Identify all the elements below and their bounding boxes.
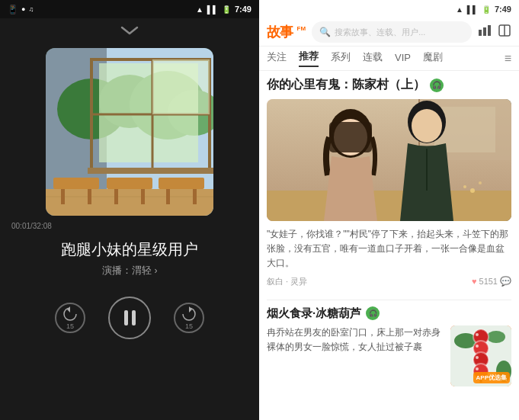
svg-rect-17	[114, 189, 118, 204]
pause-icon	[124, 310, 136, 325]
rewind-button[interactable]: 15	[55, 303, 85, 333]
svg-rect-15	[88, 189, 91, 204]
svg-rect-11	[46, 189, 213, 216]
svg-marker-24	[189, 306, 192, 313]
status-bar-left: 📱 ● ♫ ▲ ▌▌ 🔋 7:49	[0, 0, 259, 18]
wifi-icon-right: ▲	[456, 5, 463, 14]
svg-point-46	[487, 331, 505, 343]
content-area: 你的心里有鬼：陈家村（上） 🎧	[259, 71, 519, 420]
status-icons-left: 📱 ● ♫	[8, 5, 34, 14]
audio-badge-2: 🎧	[366, 306, 380, 320]
svg-rect-18	[141, 189, 145, 204]
search-placeholder: 搜索故事、连载、用户...	[335, 27, 425, 38]
narrator-arrow-icon: ›	[155, 265, 158, 276]
svg-point-59	[476, 356, 479, 359]
signal-icon-right: ▌▌	[467, 5, 478, 14]
time-display-left: 7:49	[235, 5, 251, 14]
notification-icon: ●	[21, 5, 25, 13]
svg-rect-25	[479, 30, 482, 36]
svg-marker-22	[152, 59, 210, 114]
album-art	[46, 48, 213, 216]
svg-point-57	[476, 333, 479, 336]
signal-icon: ▌▌	[207, 5, 218, 14]
svg-rect-26	[483, 27, 486, 36]
story-2-excerpt: 冉乔站在男友的卧室门口，床上那一对赤身裸体的男女一脸惊慌，女人扯过被子裹	[267, 325, 444, 386]
svg-rect-20	[166, 189, 170, 204]
svg-rect-19	[159, 178, 204, 189]
svg-point-43	[463, 185, 466, 188]
svg-rect-13	[53, 178, 99, 189]
right-panel: ▲ ▌▌ 🔋 7:49 故事 FM 🔍 搜索故事、连载、用户...	[259, 0, 519, 420]
comment-icon: 💬	[500, 276, 511, 287]
search-bar[interactable]: 🔍 搜索故事、连载、用户...	[312, 21, 472, 43]
timestamp: 00:01/32:08	[0, 222, 52, 230]
svg-rect-14	[61, 189, 65, 204]
story-1-excerpt: "女娃子，你找谁？""村民"停了下来，抬起头来，斗笠下的那张脸，没有五官，唯有一…	[267, 227, 511, 271]
heart-icon: ♥	[472, 277, 477, 286]
divider	[267, 300, 511, 300]
story-2[interactable]: 烟火食录·冰糖葫芦 🎧 冉乔站在男友的卧室门口，床上那一对赤身裸体的男女一脸惊慌…	[267, 306, 511, 386]
svg-point-58	[476, 345, 479, 348]
svg-rect-27	[488, 25, 491, 36]
watermark: APP优选集	[473, 372, 510, 383]
story-2-row: 冉乔站在男友的卧室门口，床上那一对赤身裸体的男女一脸惊慌，女人扯过被子裹	[267, 325, 511, 386]
story-1-meta: 叙白 · 灵异 ♥ 5151 💬	[267, 276, 511, 287]
story-1-title: 你的心里有鬼：陈家村（上） 🎧	[267, 77, 511, 93]
svg-point-41	[470, 188, 475, 193]
pause-button[interactable]	[108, 297, 151, 339]
battery-icon-right: 🔋	[482, 5, 491, 14]
app-logo: 故事 FM	[267, 23, 306, 41]
tab-serial[interactable]: 连载	[363, 50, 383, 66]
svg-rect-21	[193, 189, 197, 204]
story-1-genre: 叙白 · 灵异	[267, 276, 307, 287]
story-1-cover[interactable]	[267, 99, 511, 221]
nav-tabs: 关注 推荐 系列 连载 VIP 魔剧 ≡	[259, 46, 519, 71]
story-1-likes: ♥ 5151 💬	[472, 276, 511, 287]
svg-rect-16	[107, 178, 152, 189]
chart-icon[interactable]	[478, 24, 492, 40]
svg-point-42	[479, 181, 482, 184]
book-icon[interactable]	[498, 24, 511, 40]
track-narrator: 演播：渭轻 ›	[102, 264, 158, 277]
time-display-right: 7:49	[495, 5, 511, 14]
svg-rect-37	[329, 122, 372, 152]
svg-rect-10	[88, 168, 213, 174]
tab-drama[interactable]: 魔剧	[423, 50, 443, 66]
svg-rect-34	[267, 191, 511, 221]
phone-icon: 📱	[8, 5, 18, 14]
chevron-down-icon[interactable]	[118, 24, 141, 40]
forward-button[interactable]: 15	[174, 303, 204, 333]
app-header: 故事 FM 🔍 搜索故事、连载、用户...	[259, 18, 519, 46]
battery-icon: 🔋	[222, 5, 231, 14]
story-2-title: 烟火食录·冰糖葫芦 🎧	[267, 306, 511, 321]
status-bar-right: ▲ ▌▌ 🔋 7:49	[259, 0, 519, 18]
wifi-icon: ▲	[196, 5, 203, 14]
audio-badge-1: 🎧	[430, 79, 444, 92]
tab-follow[interactable]: 关注	[267, 50, 287, 66]
left-panel: 📱 ● ♫ ▲ ▌▌ 🔋 7:49	[0, 0, 259, 420]
svg-point-60	[476, 367, 479, 370]
tab-vip[interactable]: VIP	[395, 52, 411, 66]
story-1[interactable]: 你的心里有鬼：陈家村（上） 🎧	[267, 77, 511, 287]
track-title: 跑腿小妹的星级用户	[61, 239, 198, 260]
header-icons	[478, 24, 511, 40]
tab-recommend[interactable]: 推荐	[299, 50, 319, 67]
svg-marker-23	[67, 306, 70, 313]
svg-point-39	[412, 109, 442, 143]
nav-more-icon[interactable]: ≡	[505, 52, 511, 66]
story-2-thumbnail: APP优选集	[450, 325, 511, 386]
tab-series[interactable]: 系列	[331, 50, 351, 66]
playback-controls: 15 15	[55, 297, 204, 339]
music-icon: ♫	[28, 5, 34, 13]
search-icon: 🔍	[319, 27, 331, 37]
